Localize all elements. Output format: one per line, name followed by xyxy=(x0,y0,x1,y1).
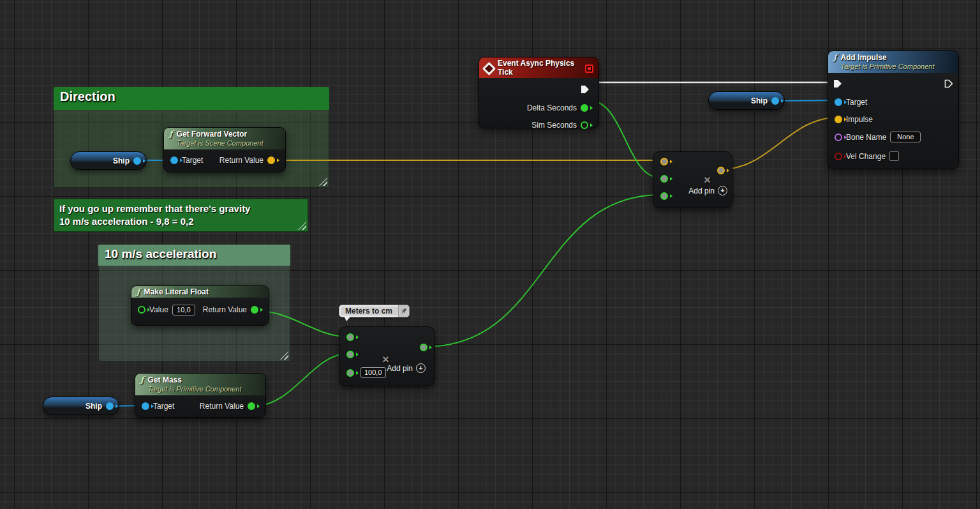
multiply-literal-field[interactable]: 100,0 xyxy=(360,367,386,378)
vel-change-pin-label: Vel Change xyxy=(846,152,886,161)
comment-direction-title: Direction xyxy=(60,89,115,103)
node-title: Add Impulse xyxy=(841,53,935,62)
node-make-literal-float[interactable]: ƒ Make Literal Float Value 10,0 Return V… xyxy=(131,285,269,326)
exec-output-pin[interactable] xyxy=(944,79,953,88)
multiply-output-pin[interactable] xyxy=(420,344,427,351)
bubble-pin-button[interactable] xyxy=(399,305,409,317)
ship-output-pin[interactable] xyxy=(133,157,141,165)
wire-getmass-to-multiply xyxy=(256,354,347,406)
multiply-input-pin-1[interactable] xyxy=(660,158,668,165)
variable-node-ship-top[interactable]: Ship xyxy=(708,91,785,110)
add-pin-plus-icon: + xyxy=(718,186,727,195)
ship-output-pin[interactable] xyxy=(771,97,779,105)
node-multiply-impulse[interactable]: × Add pin + xyxy=(653,151,732,208)
function-icon: ƒ xyxy=(137,287,140,296)
wire-massmultiply-to-multiply xyxy=(425,195,661,347)
return-pin-label: Return Value xyxy=(200,402,244,411)
bone-name-input-field[interactable]: None xyxy=(890,132,921,142)
bubble-tail xyxy=(344,316,351,321)
multiply-input-pin-2[interactable] xyxy=(660,175,668,183)
return-value-output-pin[interactable] xyxy=(267,156,275,164)
variable-label: Ship xyxy=(113,156,130,165)
bone-name-pin-label: Bone Name xyxy=(846,133,886,142)
node-header[interactable]: Event Async Physics Tick xyxy=(479,57,598,78)
wire-multiply-to-impulse xyxy=(722,118,837,169)
sim-seconds-output-pin[interactable] xyxy=(581,121,588,129)
multiply-input-pin-1[interactable] xyxy=(346,333,354,341)
delta-seconds-label: Delta Seconds xyxy=(527,103,577,112)
target-input-pin[interactable] xyxy=(170,156,178,164)
value-pin-label: Value xyxy=(149,305,168,314)
wire-deltaseconds-to-multiply xyxy=(589,100,660,178)
node-header[interactable]: ƒ Add Impulse Target is Primitive Compon… xyxy=(828,51,958,73)
bone-name-input-pin[interactable] xyxy=(835,133,842,141)
variable-label: Ship xyxy=(751,96,768,105)
node-add-impulse[interactable]: ƒ Add Impulse Target is Primitive Compon… xyxy=(828,50,959,169)
vel-change-checkbox[interactable] xyxy=(889,151,899,161)
function-icon: ƒ xyxy=(140,376,144,384)
target-pin-label: Target xyxy=(846,98,867,107)
multiply-input-pin-2[interactable] xyxy=(346,351,354,358)
node-header[interactable]: ƒ Get Mass Target is Primitive Component xyxy=(135,374,265,395)
comment-gravity-note[interactable]: If you go up remember that there's gravi… xyxy=(54,199,308,232)
blueprint-graph-canvas[interactable]: Direction If you go up remember that the… xyxy=(0,0,980,509)
multiply-output-pin[interactable] xyxy=(717,167,725,174)
ship-output-pin[interactable] xyxy=(106,402,114,410)
return-pin-label: Return Value xyxy=(203,305,247,314)
variable-node-ship-mass[interactable]: Ship xyxy=(43,397,119,415)
vel-change-input-pin[interactable] xyxy=(835,153,842,160)
comment-direction-header[interactable]: Direction xyxy=(54,87,329,110)
impulse-pin-label: Impulse xyxy=(846,115,873,124)
exec-input-pin[interactable] xyxy=(833,79,842,88)
value-input-field[interactable]: 10,0 xyxy=(172,305,195,315)
event-red-square-icon xyxy=(585,65,593,73)
variable-label: Ship xyxy=(85,402,102,411)
target-input-pin[interactable] xyxy=(142,402,149,410)
exec-output-pin[interactable] xyxy=(581,85,590,94)
event-diamond-icon xyxy=(482,61,496,75)
return-value-output-pin[interactable] xyxy=(251,306,258,314)
target-pin-label: Target xyxy=(182,156,203,165)
comment-acceleration-title: 10 m/s acceleration xyxy=(105,247,216,261)
node-event-async-physics-tick[interactable]: Event Async Physics Tick Delta Seconds S… xyxy=(479,57,599,128)
return-value-output-pin[interactable] xyxy=(248,402,255,410)
node-get-forward-vector[interactable]: ƒ Get Forward Vector Target is Scene Com… xyxy=(163,127,286,172)
sim-seconds-label: Sim Seconds xyxy=(531,121,577,130)
return-pin-label: Return Value xyxy=(219,156,264,165)
node-get-mass[interactable]: ƒ Get Mass Target is Primitive Component… xyxy=(135,373,266,418)
delta-seconds-output-pin[interactable] xyxy=(581,104,588,112)
comment-gravity-line1: If you go up remember that there's gravi… xyxy=(59,202,302,215)
multiply-input-pin-3[interactable] xyxy=(346,369,354,377)
multiply-operator: × xyxy=(704,174,711,186)
function-icon: ƒ xyxy=(169,130,173,139)
comment-acceleration-header[interactable]: 10 m/s acceleration xyxy=(98,245,290,266)
add-pin-label: Add pin xyxy=(387,364,413,373)
add-pin-label: Add pin xyxy=(688,186,715,195)
multiply-input-pin-3[interactable] xyxy=(660,192,668,200)
add-pin-button[interactable]: Add pin + xyxy=(688,186,727,195)
value-input-pin[interactable] xyxy=(138,306,145,314)
bubble-text: Meters to cm xyxy=(339,305,399,317)
add-pin-button[interactable]: Add pin + xyxy=(387,363,426,373)
node-title: Get Mass xyxy=(148,376,242,384)
node-title: Get Forward Vector xyxy=(177,130,264,139)
impulse-input-pin[interactable] xyxy=(835,116,842,123)
node-header[interactable]: ƒ Get Forward Vector Target is Scene Com… xyxy=(164,128,285,149)
node-title: Make Literal Float xyxy=(144,287,209,296)
node-header[interactable]: ƒ Make Literal Float xyxy=(131,286,269,298)
node-multiply-mass[interactable]: 100,0 × Add pin + xyxy=(339,326,435,386)
target-input-pin[interactable] xyxy=(835,98,842,106)
comment-gravity-line2: 10 m/s acceleration - 9,8 = 0,2 xyxy=(59,215,302,228)
node-title: Event Async Physics Tick xyxy=(498,59,581,77)
function-icon: ƒ xyxy=(833,53,837,62)
pushpin-icon xyxy=(401,308,407,315)
add-pin-plus-icon: + xyxy=(416,363,426,373)
target-pin-label: Target xyxy=(153,402,174,411)
node-subtitle: Target is Primitive Component xyxy=(841,62,935,71)
variable-node-ship-direction[interactable]: Ship xyxy=(70,151,147,170)
node-subtitle: Target is Scene Component xyxy=(177,139,264,148)
node-subtitle: Target is Primitive Component xyxy=(148,384,242,393)
node-comment-bubble[interactable]: Meters to cm xyxy=(339,305,410,317)
